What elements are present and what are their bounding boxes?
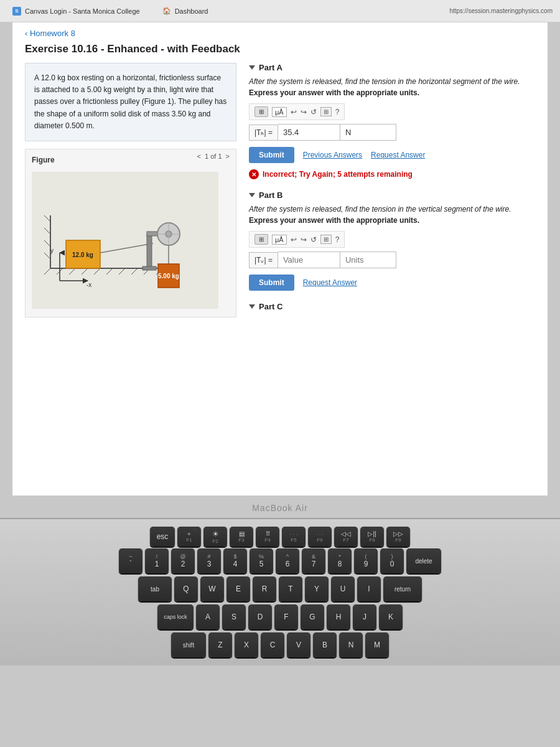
key-f2[interactable]: ☀F2 (203, 527, 227, 547)
redo-icon-a[interactable]: ↪ (301, 108, 307, 116)
key-return[interactable]: return (383, 576, 422, 601)
matrix-button-a[interactable]: ⊞ (254, 106, 268, 117)
part-a-value-input[interactable] (278, 124, 340, 141)
key-v[interactable]: V (287, 632, 310, 657)
figure-next[interactable]: > (226, 153, 230, 160)
part-c-header[interactable]: Part C (249, 302, 535, 311)
key-9[interactable]: (9 (354, 548, 378, 573)
key-a[interactable]: A (196, 604, 220, 629)
keyboard-icon-b[interactable]: ⊞ (320, 235, 332, 244)
part-a-instruction: Express your answer with the appropriate… (249, 88, 535, 97)
part-b-request-answer[interactable]: Request Answer (303, 278, 357, 287)
key-esc[interactable]: esc (150, 527, 175, 547)
key-f6[interactable]: · · ·F6 (308, 527, 332, 547)
key-6[interactable]: ^6 (276, 548, 299, 573)
key-d[interactable]: D (248, 604, 272, 629)
mu-label-a[interactable]: μÅ (272, 107, 287, 117)
refresh-icon-b[interactable]: ↺ (310, 235, 317, 244)
part-b-header[interactable]: Part B (249, 190, 535, 200)
key-b[interactable]: B (313, 632, 337, 657)
key-0[interactable]: )0 (380, 548, 404, 573)
key-i[interactable]: I (357, 576, 381, 601)
key-f[interactable]: F (274, 604, 298, 629)
key-u[interactable]: U (331, 576, 355, 601)
key-shift-left[interactable]: shift (171, 632, 206, 657)
key-5[interactable]: %5 (250, 548, 273, 573)
mu-label-b[interactable]: μÅ (272, 235, 287, 245)
undo-icon-a[interactable]: ↩ (291, 108, 297, 116)
svg-rect-21 (147, 234, 152, 268)
tab-dashboard-label: Dashboard (175, 7, 208, 15)
help-icon-a[interactable]: ? (335, 108, 340, 116)
refresh-icon-a[interactable]: ↺ (310, 108, 317, 116)
part-a-collapse-icon (249, 65, 255, 70)
key-tilde[interactable]: ~` (119, 548, 142, 573)
key-delete[interactable]: delete (406, 548, 441, 573)
part-a-request-answer[interactable]: Request Answer (371, 151, 425, 159)
part-a-question: After the system is released, find the t… (249, 77, 535, 86)
key-s[interactable]: S (222, 604, 246, 629)
part-a-status: ✕ Incorrect; Try Again; 5 attempts remai… (249, 169, 535, 179)
back-link[interactable]: ‹ Homework 8 (12, 22, 548, 40)
matrix-button-b[interactable]: ⊞ (254, 234, 268, 245)
svg-text:5.00 kg: 5.00 kg (158, 273, 179, 280)
part-b-buttons: Submit Request Answer (249, 275, 535, 291)
key-caps[interactable]: caps lock (157, 604, 194, 629)
tab-canvas[interactable]: S Canvas Login - Santa Monica College (7, 0, 145, 22)
part-a-submit[interactable]: Submit (249, 147, 294, 163)
key-f9[interactable]: ▷▷F9 (386, 527, 410, 547)
part-a-prev-answers[interactable]: Previous Answers (303, 151, 362, 159)
key-f3[interactable]: ▤F3 (230, 527, 253, 547)
figure-prev[interactable]: < (197, 153, 201, 160)
left-panel: A 12.0 kg box resting on a horizontal, f… (25, 63, 236, 322)
redo-icon-b[interactable]: ↪ (301, 235, 307, 244)
key-2[interactable]: @2 (171, 548, 195, 573)
content-area: A 12.0 kg box resting on a horizontal, f… (12, 63, 548, 322)
key-x[interactable]: X (235, 632, 258, 657)
key-y[interactable]: Y (305, 576, 329, 601)
key-f4[interactable]: ⠿F4 (256, 527, 279, 547)
key-h[interactable]: H (327, 604, 350, 629)
key-7[interactable]: &7 (302, 548, 325, 573)
part-b-value-input[interactable] (278, 251, 340, 268)
key-4[interactable]: $4 (223, 548, 247, 573)
key-n[interactable]: N (339, 632, 363, 657)
incorrect-icon-a: ✕ (249, 169, 259, 179)
svg-text:-x: -x (86, 281, 91, 288)
key-3[interactable]: #3 (197, 548, 221, 573)
key-k[interactable]: K (379, 604, 403, 629)
help-icon-b[interactable]: ? (335, 235, 340, 244)
key-f8[interactable]: ▷||F8 (360, 527, 384, 547)
key-j[interactable]: J (353, 604, 376, 629)
figure-nav: < 1 of 1 > (197, 153, 230, 160)
part-b-section: Part B After the system is released, fin… (249, 190, 535, 291)
key-1[interactable]: !1 (145, 548, 169, 573)
key-8[interactable]: *8 (328, 548, 352, 573)
key-e[interactable]: E (226, 576, 250, 601)
key-f1[interactable]: ✦F1 (177, 527, 201, 547)
qwerty-row: tab Q W E R T Y U I return (12, 576, 548, 601)
key-q[interactable]: Q (174, 576, 198, 601)
url-bar: https://session.masteringphysics.com (449, 7, 553, 14)
keyboard-icon-a[interactable]: ⊞ (320, 107, 332, 116)
key-tab[interactable]: tab (138, 576, 172, 601)
key-f5[interactable]: · · ·F5 (282, 527, 306, 547)
key-g[interactable]: G (301, 604, 324, 629)
part-a-toolbar: ⊞ μÅ ↩ ↪ ↺ ⊞ ? (249, 103, 345, 120)
part-b-units-input[interactable] (340, 251, 396, 268)
key-t[interactable]: T (279, 576, 302, 601)
key-w[interactable]: W (200, 576, 224, 601)
undo-icon-b[interactable]: ↩ (291, 235, 297, 244)
key-z[interactable]: Z (208, 632, 232, 657)
part-b-answer-label: |Tᵥ| = (249, 252, 278, 268)
part-c-section: Part C (249, 302, 535, 311)
svg-text:y: y (50, 247, 54, 254)
part-b-submit[interactable]: Submit (249, 275, 294, 291)
key-c[interactable]: C (261, 632, 284, 657)
key-m[interactable]: M (365, 632, 389, 657)
tab-dashboard[interactable]: 🏠 Dashboard (157, 0, 213, 22)
part-a-header[interactable]: Part A (249, 63, 535, 72)
svg-rect-22 (142, 266, 156, 270)
key-f7[interactable]: ◁◁F7 (334, 527, 358, 547)
key-r[interactable]: R (253, 576, 276, 601)
